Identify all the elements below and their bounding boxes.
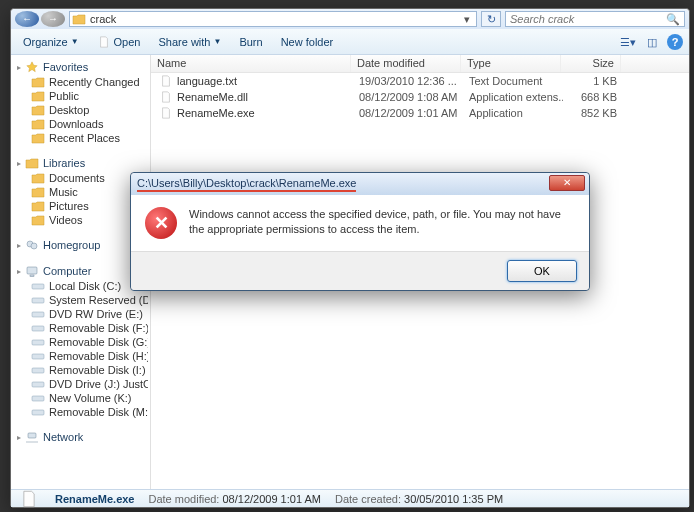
file-date: 19/03/2010 12:36 ... bbox=[353, 75, 463, 87]
open-icon bbox=[97, 36, 111, 48]
svg-rect-10 bbox=[32, 368, 44, 373]
drive-icon bbox=[31, 280, 45, 292]
open-button[interactable]: Open bbox=[91, 34, 147, 50]
sidebar-item[interactable]: Downloads bbox=[13, 117, 148, 131]
sidebar-item[interactable]: Recent Places bbox=[13, 131, 148, 145]
svg-rect-12 bbox=[32, 396, 44, 401]
titlebar: ← → crack ▾ ↻ 🔍 bbox=[11, 9, 689, 29]
close-button[interactable]: ✕ bbox=[549, 175, 585, 191]
folder-icon bbox=[31, 90, 45, 102]
table-row[interactable]: RenameMe.dll08/12/2009 1:08 AMApplicatio… bbox=[151, 89, 689, 105]
sidebar-item-label: Public bbox=[49, 90, 79, 102]
sidebar-item-label: System Reserved (D:) bbox=[49, 294, 148, 306]
forward-button[interactable]: → bbox=[41, 11, 65, 27]
burn-button[interactable]: Burn bbox=[233, 34, 268, 50]
svg-rect-6 bbox=[32, 312, 44, 317]
organize-button[interactable]: Organize▼ bbox=[17, 34, 85, 50]
sidebar-item[interactable]: Music bbox=[13, 185, 148, 199]
search-input[interactable] bbox=[510, 13, 666, 25]
sidebar-item-label: Pictures bbox=[49, 200, 89, 212]
status-mod-label: Date modified: bbox=[149, 493, 220, 505]
ok-button[interactable]: OK bbox=[507, 260, 577, 282]
share-button[interactable]: Share with▼ bbox=[152, 34, 227, 50]
expand-icon: ▸ bbox=[17, 241, 21, 250]
col-type[interactable]: Type bbox=[461, 55, 561, 72]
sidebar-item[interactable]: Recently Changed bbox=[13, 75, 148, 89]
col-date[interactable]: Date modified bbox=[351, 55, 461, 72]
file-name: RenameMe.exe bbox=[177, 107, 255, 119]
file-type: Text Document bbox=[463, 75, 563, 87]
error-dialog: C:\Users\Billy\Desktop\crack\RenameMe.ex… bbox=[130, 172, 590, 291]
status-bar: RenameMe.exe Date modified: 08/12/2009 1… bbox=[11, 489, 689, 507]
preview-pane-button[interactable]: ◫ bbox=[643, 33, 661, 51]
sidebar-item[interactable]: DVD RW Drive (E:) bbox=[13, 307, 148, 321]
sidebar-homegroup[interactable]: ▸Homegroup bbox=[13, 237, 148, 253]
file-size: 1 KB bbox=[563, 75, 623, 87]
status-mod-value: 08/12/2009 1:01 AM bbox=[223, 493, 321, 505]
svg-rect-5 bbox=[32, 298, 44, 303]
file-size: 852 KB bbox=[563, 107, 623, 119]
svg-rect-2 bbox=[27, 267, 37, 274]
sidebar-item[interactable]: Desktop bbox=[13, 103, 148, 117]
address-dropdown[interactable]: ▾ bbox=[460, 13, 474, 26]
sidebar-item[interactable]: Removable Disk (M:) bbox=[13, 405, 148, 419]
sidebar-item[interactable]: Documents bbox=[13, 171, 148, 185]
dialog-message: Windows cannot access the specified devi… bbox=[189, 207, 575, 239]
drive-icon bbox=[31, 308, 45, 320]
sidebar-item[interactable]: Removable Disk (G:) bbox=[13, 335, 148, 349]
sidebar-item[interactable]: New Volume (K:) bbox=[13, 391, 148, 405]
sidebar-item-label: Music bbox=[49, 186, 78, 198]
file-icon bbox=[159, 91, 173, 103]
table-row[interactable]: language.txt19/03/2010 12:36 ...Text Doc… bbox=[151, 73, 689, 89]
drive-icon bbox=[31, 294, 45, 306]
sidebar-item[interactable]: System Reserved (D:) bbox=[13, 293, 148, 307]
sidebar-libraries[interactable]: ▸Libraries bbox=[13, 155, 148, 171]
dialog-titlebar[interactable]: C:\Users\Billy\Desktop\crack\RenameMe.ex… bbox=[131, 173, 589, 195]
file-size: 668 KB bbox=[563, 91, 623, 103]
column-headers: Name Date modified Type Size bbox=[151, 55, 689, 73]
drive-icon bbox=[31, 364, 45, 376]
sidebar-item[interactable]: Removable Disk (I:) bbox=[13, 363, 148, 377]
sidebar-network[interactable]: ▸Network bbox=[13, 429, 148, 445]
file-date: 08/12/2009 1:08 AM bbox=[353, 91, 463, 103]
sidebar-item[interactable]: Local Disk (C:) bbox=[13, 279, 148, 293]
sidebar-item[interactable]: Removable Disk (F:) bbox=[13, 321, 148, 335]
sidebar-item[interactable]: Public bbox=[13, 89, 148, 103]
sidebar-computer[interactable]: ▸Computer bbox=[13, 263, 148, 279]
folder-icon bbox=[31, 214, 45, 226]
col-size[interactable]: Size bbox=[561, 55, 621, 72]
refresh-button[interactable]: ↻ bbox=[481, 11, 501, 27]
sidebar-favorites[interactable]: ▸Favorites bbox=[13, 59, 148, 75]
help-button[interactable]: ? bbox=[667, 34, 683, 50]
expand-icon: ▸ bbox=[17, 267, 21, 276]
svg-rect-7 bbox=[32, 326, 44, 331]
back-button[interactable]: ← bbox=[15, 11, 39, 27]
sidebar-item[interactable]: Pictures bbox=[13, 199, 148, 213]
folder-icon bbox=[31, 104, 45, 116]
sidebar-item[interactable]: DVD Drive (J:) JustCau bbox=[13, 377, 148, 391]
new-folder-button[interactable]: New folder bbox=[275, 34, 340, 50]
nav-buttons: ← → bbox=[15, 11, 65, 27]
table-row[interactable]: RenameMe.exe08/12/2009 1:01 AMApplicatio… bbox=[151, 105, 689, 121]
view-options-button[interactable]: ☰▾ bbox=[619, 33, 637, 51]
sidebar-item-label: Videos bbox=[49, 214, 82, 226]
computer-icon bbox=[25, 265, 39, 277]
sidebar-item-label: Removable Disk (F:) bbox=[49, 322, 148, 334]
expand-icon: ▸ bbox=[17, 433, 21, 442]
address-bar[interactable]: crack ▾ bbox=[69, 11, 477, 27]
file-icon bbox=[159, 75, 173, 87]
newfolder-label: New folder bbox=[281, 36, 334, 48]
search-box[interactable]: 🔍 bbox=[505, 11, 685, 27]
sidebar-item[interactable]: Removable Disk (H:) bbox=[13, 349, 148, 363]
status-filename: RenameMe.exe bbox=[55, 493, 135, 505]
drive-icon bbox=[31, 392, 45, 404]
status-created-label: Date created: bbox=[335, 493, 401, 505]
open-label: Open bbox=[114, 36, 141, 48]
status-created-value: 30/05/2010 1:35 PM bbox=[404, 493, 503, 505]
sidebar-item[interactable]: Videos bbox=[13, 213, 148, 227]
svg-rect-9 bbox=[32, 354, 44, 359]
col-name[interactable]: Name bbox=[151, 55, 351, 72]
homegroup-icon bbox=[25, 239, 39, 251]
sidebar-item-label: Removable Disk (H:) bbox=[49, 350, 148, 362]
burn-label: Burn bbox=[239, 36, 262, 48]
